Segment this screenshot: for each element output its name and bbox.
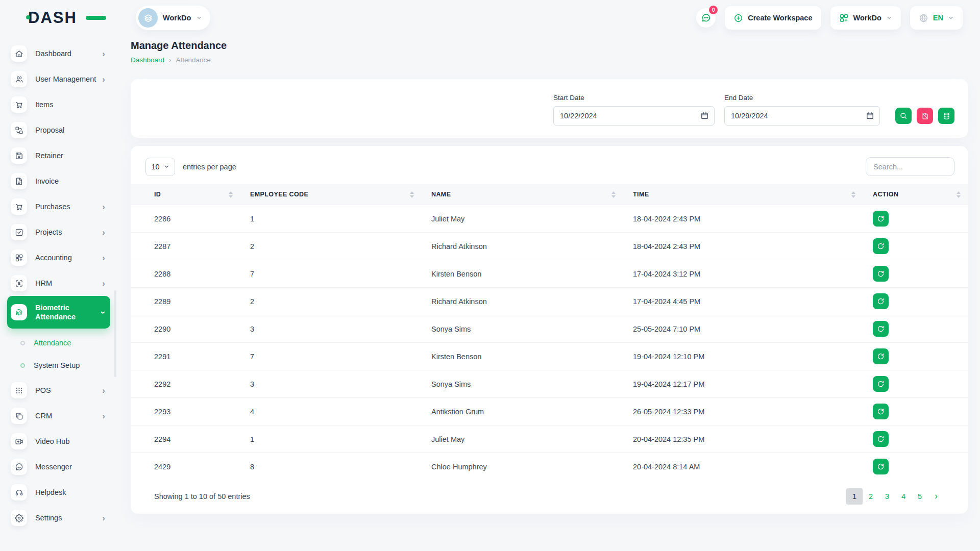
cell-time: 17-04-2024 3:12 PM — [623, 260, 863, 288]
cell-id: 2292 — [131, 370, 240, 398]
column-header-employee-code[interactable]: EMPLOYEE CODE — [240, 184, 421, 205]
workdo-menu-button[interactable]: WorkDo — [830, 6, 901, 30]
sidebar-item-messenger[interactable]: Messenger — [7, 454, 110, 480]
refresh-button[interactable] — [873, 376, 889, 392]
cell-id: 2293 — [131, 398, 240, 425]
submenu-item-attendance[interactable]: Attendance — [7, 332, 110, 354]
refresh-button[interactable] — [873, 459, 889, 474]
refresh-button[interactable] — [873, 404, 889, 419]
cell-action — [863, 205, 968, 233]
refresh-button[interactable] — [873, 431, 889, 447]
pagination-page[interactable]: 2 — [863, 488, 879, 505]
sidebar-item-retainer[interactable]: Retainer — [7, 143, 110, 168]
workspace-switcher[interactable]: WorkDo — [136, 6, 210, 30]
sidebar-item-hrm[interactable]: HRM › — [7, 270, 110, 296]
sidebar-item-video-hub[interactable]: Video Hub — [7, 429, 110, 454]
cell-action — [863, 288, 968, 315]
sidebar-scrollbar[interactable] — [114, 290, 116, 377]
refresh-button[interactable] — [873, 321, 889, 337]
sidebar-item-invoice[interactable]: Invoice — [7, 168, 110, 194]
sidebar-item-crm[interactable]: CRM › — [7, 403, 110, 429]
column-header-name[interactable]: NAME — [421, 184, 623, 205]
app-logo[interactable]: DASH — [28, 9, 117, 27]
sort-icon — [229, 191, 233, 198]
apply-filter-button[interactable] — [895, 108, 912, 124]
submenu-item-label: System Setup — [34, 361, 80, 369]
pagination: 12345› — [846, 488, 944, 505]
cell-id: 2291 — [131, 343, 240, 370]
column-header-id[interactable]: ID — [131, 184, 240, 205]
cell-time: 19-04-2024 12:10 PM — [623, 343, 863, 370]
breadcrumb-dashboard-link[interactable]: Dashboard — [131, 56, 164, 64]
table-row: 2289 2 Richard Atkinson 17-04-2024 4:45 … — [131, 288, 968, 315]
sidebar-item-accounting[interactable]: Accounting › — [7, 245, 110, 270]
attendance-table-card: 10 entries per page ID EMPLOYEE CODE — [131, 146, 968, 514]
end-date-input[interactable] — [724, 106, 880, 126]
table-row: 2290 3 Sonya Sims 25-05-2024 7:10 PM — [131, 315, 968, 343]
column-header-time[interactable]: TIME — [623, 184, 863, 205]
refresh-icon — [877, 242, 885, 250]
cell-id: 2288 — [131, 260, 240, 288]
sidebar-item-dashboard[interactable]: Dashboard › — [7, 41, 110, 66]
cell-id: 2294 — [131, 425, 240, 453]
refresh-button[interactable] — [873, 266, 889, 282]
sidebar-item-label: Projects — [35, 228, 62, 237]
cell-name: Sonya Sims — [421, 370, 623, 398]
language-selector[interactable]: EN — [910, 6, 963, 30]
sidebar-item-helpdesk[interactable]: Helpdesk — [7, 480, 110, 505]
refresh-button[interactable] — [873, 238, 889, 254]
bullet-icon — [20, 363, 25, 368]
cell-employee-code: 4 — [240, 398, 421, 425]
pagination-page[interactable]: 1 — [846, 488, 863, 505]
cell-time: 19-04-2024 12:17 PM — [623, 370, 863, 398]
pagination-page[interactable]: 3 — [879, 488, 895, 505]
breadcrumb-current: Attendance — [176, 56, 210, 64]
sync-attendance-button[interactable] — [938, 108, 954, 124]
building-icon — [138, 8, 158, 28]
start-date-input[interactable] — [553, 106, 715, 126]
refresh-icon — [877, 463, 885, 470]
submenu-item-system-setup[interactable]: System Setup — [7, 354, 110, 377]
sidebar-item-projects[interactable]: Projects › — [7, 219, 110, 245]
sidebar-item-settings[interactable]: Settings › — [7, 505, 110, 531]
table-row: 2287 2 Richard Atkinson 18-04-2024 2:43 … — [131, 233, 968, 260]
start-date-group: Start Date — [553, 94, 715, 126]
refresh-button[interactable] — [873, 211, 889, 227]
refresh-button[interactable] — [873, 348, 889, 364]
messages-button[interactable]: 0 — [696, 8, 716, 28]
cell-action — [863, 315, 968, 343]
cell-action — [863, 260, 968, 288]
file-slash-icon — [921, 112, 929, 120]
sidebar-item-purchases[interactable]: Purchases › — [7, 194, 110, 219]
clear-filter-button[interactable] — [917, 108, 933, 124]
pagination-next-button[interactable]: › — [928, 488, 944, 505]
sidebar-item-label: Video Hub — [35, 437, 69, 446]
sidebar-item-pos[interactable]: POS › — [7, 378, 110, 403]
table-row: 2291 7 Kirsten Benson 19-04-2024 12:10 P… — [131, 343, 968, 370]
cell-time: 17-04-2024 4:45 PM — [623, 288, 863, 315]
cell-name: Juliet May — [421, 425, 623, 453]
date-filter-card: Start Date End Date — [131, 79, 968, 138]
cell-name: Antikstion Grum — [421, 398, 623, 425]
sidebar-item-biometric-attendance[interactable]: Biometric Attendance › — [7, 296, 110, 329]
chevron-down-icon — [164, 164, 169, 169]
entries-value: 10 — [151, 163, 159, 171]
cell-employee-code: 2 — [240, 288, 421, 315]
sidebar-item-items[interactable]: Items — [7, 92, 110, 117]
create-workspace-label: Create Workspace — [748, 14, 812, 22]
create-workspace-button[interactable]: Create Workspace — [725, 6, 821, 30]
chat-icon — [700, 12, 712, 23]
refresh-button[interactable] — [873, 293, 889, 309]
sidebar-item-proposal[interactable]: Proposal — [7, 117, 110, 143]
column-header-action[interactable]: ACTION — [863, 184, 968, 205]
entries-per-page-select[interactable]: 10 — [145, 158, 175, 176]
pagination-page[interactable]: 4 — [895, 488, 912, 505]
pagination-page[interactable]: 5 — [912, 488, 928, 505]
sidebar-item-user-management[interactable]: User Management › — [7, 66, 110, 92]
grid-plus-icon — [11, 249, 27, 266]
refresh-icon — [877, 353, 885, 360]
table-search-input[interactable] — [866, 157, 954, 176]
biometric-submenu: Attendance System Setup — [7, 332, 110, 377]
chevron-right-icon: › — [102, 279, 105, 288]
table-footer: Showing 1 to 10 of 50 entries 12345› — [131, 480, 968, 505]
